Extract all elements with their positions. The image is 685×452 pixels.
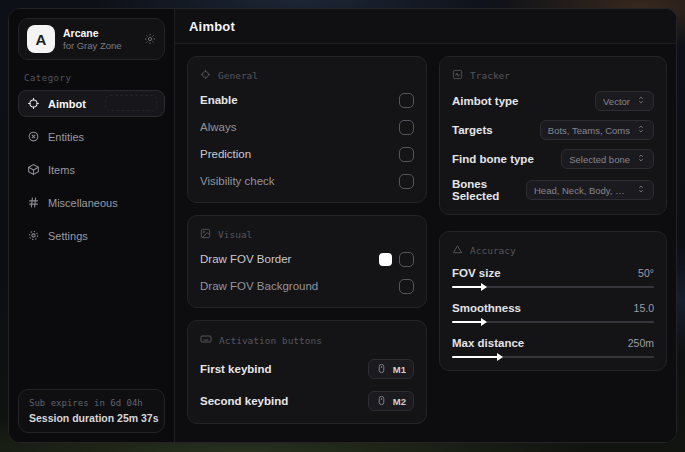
mouse-icon (376, 363, 387, 376)
page-title: Aimbot (189, 19, 665, 34)
sidebar-item-label: Miscellaneous (48, 197, 118, 209)
option-label: Find bone type (452, 153, 534, 165)
draw-fov-border-checkbox[interactable] (399, 252, 414, 267)
category-label: Category (24, 73, 159, 83)
slider-label: Smoothness (452, 302, 521, 314)
sidebar-item-label: Settings (48, 230, 88, 242)
bones-selected-select[interactable]: Head, Neck, Body, Pe.. (526, 180, 654, 200)
gear-icon[interactable] (144, 33, 156, 45)
option-label: Bones Selected (452, 178, 526, 202)
visibility-check-checkbox[interactable] (399, 174, 414, 189)
sidebar-item-miscellaneous[interactable]: Miscellaneous (18, 189, 165, 216)
option-label: Visibility check (200, 175, 275, 187)
sidebar-item-settings[interactable]: Settings (18, 222, 165, 249)
chevrons-up-down-icon (636, 184, 646, 196)
option-label: First keybind (200, 363, 272, 375)
sidebar-item-label: Entities (48, 131, 84, 143)
second-keybind-button[interactable]: M2 (368, 391, 414, 411)
option-label: Draw FOV Background (200, 280, 318, 292)
app-window: A Arcane for Gray Zone Category Aimbot (8, 8, 677, 443)
option-label: Prediction (200, 148, 251, 160)
fov-size-slider[interactable] (452, 286, 654, 288)
first-keybind-button[interactable]: M1 (368, 359, 414, 379)
mouse-icon (376, 395, 387, 408)
section-title: Tracker (470, 70, 510, 81)
sidebar-item-entities[interactable]: Entities (18, 123, 165, 150)
chevrons-up-down-icon (636, 124, 646, 136)
slider-label: FOV size (452, 267, 501, 279)
hash-icon (27, 196, 40, 209)
section-title: General (218, 70, 258, 81)
brand-card: A Arcane for Gray Zone (18, 18, 165, 60)
find-bone-type-select[interactable]: Selected bone (561, 149, 654, 169)
targets-select[interactable]: Bots, Teams, Coms (540, 120, 654, 140)
sidebar-item-aimbot[interactable]: Aimbot (18, 90, 165, 117)
main-header: Aimbot (175, 9, 677, 44)
main-panel: Aimbot General Enable (174, 9, 677, 442)
option-label: Enable (200, 94, 238, 106)
watermark-ghost (105, 95, 157, 111)
card-accuracy: Accuracy FOV size 50° Smoothness (439, 231, 667, 371)
fov-border-color-swatch[interactable] (379, 253, 392, 266)
slider-value: 15.0 (634, 302, 654, 314)
slider-value: 250m (628, 337, 654, 349)
option-label: Targets (452, 124, 493, 136)
always-checkbox[interactable] (399, 120, 414, 135)
gear-icon (27, 229, 40, 242)
section-title: Visual (218, 229, 252, 240)
sidebar-item-items[interactable]: Items (18, 156, 165, 183)
section-title: Accuracy (470, 245, 516, 256)
section-title: Activation buttons (219, 335, 322, 346)
sub-expires-text: Sub expires in 6d 04h (29, 398, 154, 408)
card-activation-buttons: Activation buttons First keybind M1 (187, 320, 427, 424)
option-label: Second keybind (200, 395, 288, 407)
subscription-info: Sub expires in 6d 04h Session duration 2… (18, 389, 165, 433)
brand-logo: A (27, 25, 55, 53)
chevrons-up-down-icon (636, 95, 646, 107)
card-visual: Visual Draw FOV Border Draw FOV Backgrou… (187, 215, 427, 308)
session-duration-text: Session duration 25m 37s (29, 412, 154, 424)
slider-value: 50° (638, 267, 654, 279)
brand-name: Arcane (63, 27, 122, 40)
option-label: Aimbot type (452, 95, 518, 107)
max-distance-slider[interactable] (452, 356, 654, 358)
activity-icon (452, 69, 463, 82)
triangle-icon (452, 244, 463, 257)
smoothness-slider[interactable] (452, 321, 654, 323)
option-label: Always (200, 121, 236, 133)
chevrons-up-down-icon (636, 153, 646, 165)
card-general: General Enable Always Prediction (187, 56, 427, 203)
sidebar-item-label: Items (48, 164, 75, 176)
slider-label: Max distance (452, 337, 524, 349)
draw-fov-background-checkbox[interactable] (399, 279, 414, 294)
enable-checkbox[interactable] (399, 93, 414, 108)
scan-x-icon (27, 130, 40, 143)
sidebar-item-label: Aimbot (48, 98, 86, 110)
keyboard-icon (200, 333, 212, 347)
option-label: Draw FOV Border (200, 253, 291, 265)
crosshair-icon (27, 97, 40, 110)
sidebar: A Arcane for Gray Zone Category Aimbot (9, 9, 174, 442)
crosshair-icon (200, 69, 211, 82)
prediction-checkbox[interactable] (399, 147, 414, 162)
package-icon (27, 163, 40, 176)
brand-subtitle: for Gray Zone (63, 40, 122, 51)
image-icon (200, 228, 211, 241)
card-tracker: Tracker Aimbot type Vector (439, 56, 667, 215)
aimbot-type-select[interactable]: Vector (595, 91, 654, 111)
